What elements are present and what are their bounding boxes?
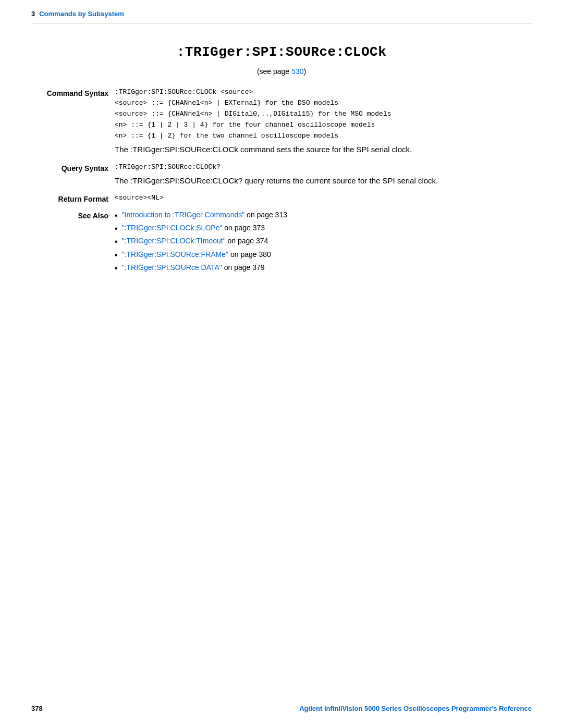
command-syntax-line-2: <source> ::= {CHANnel<n> | EXTernal} for… <box>115 99 532 107</box>
page-container: 3Commands by Subsystem :TRIGger:SPI:SOUR… <box>0 0 563 728</box>
breadcrumb-bar: 3Commands by Subsystem <box>0 0 563 23</box>
see-also-label: See Also <box>31 211 115 283</box>
see-also-link-5[interactable]: ":TRIGger:SPI:SOURce:DATA" <box>122 263 222 272</box>
see-also-link-2[interactable]: ":TRIGger:SPI:CLOCk:SLOPe" <box>122 224 223 232</box>
query-syntax-row: Query Syntax :TRIGger:SPI:SOURce:CLOCk? … <box>31 163 532 194</box>
command-syntax-description: The :TRIGger:SPI:SOURce:CLOCk command se… <box>115 144 532 156</box>
command-syntax-line-4: <n> ::= {1 | 2 | 3 | 4} for the four cha… <box>115 121 532 129</box>
page-footer: 378 Agilent InfiniiVision 5000 Series Os… <box>31 705 532 712</box>
see-also-item-1: "Introduction to :TRIGger Commands" on p… <box>115 211 532 220</box>
breadcrumb-number: 3 <box>31 10 35 18</box>
see-also-suffix-1: on page 313 <box>244 211 287 219</box>
doc-table: Command Syntax :TRIGger:SPI:SOURce:CLOCk… <box>31 88 532 283</box>
see-also-link-1[interactable]: "Introduction to :TRIGger Commands" <box>122 211 245 219</box>
query-syntax-content: :TRIGger:SPI:SOURce:CLOCk? The :TRIGger:… <box>115 163 532 194</box>
see-also-item-2: ":TRIGger:SPI:CLOCk:SLOPe" on page 373 <box>115 224 532 233</box>
main-content: :TRIGger:SPI:SOURce:CLOCk (see page 530)… <box>0 23 563 315</box>
footer-title: Agilent InfiniiVision 5000 Series Oscill… <box>299 705 532 712</box>
footer-page-number: 378 <box>31 705 43 712</box>
return-format-line: <source><NL> <box>115 194 532 202</box>
see-also-suffix-4: on page 380 <box>228 250 271 258</box>
command-title: :TRIGger:SPI:SOURce:CLOCk <box>31 44 532 60</box>
see-also-item-4: ":TRIGger:SPI:SOURce:FRAMe" on page 380 <box>115 250 532 260</box>
return-format-content: <source><NL> <box>115 194 532 211</box>
query-syntax-line: :TRIGger:SPI:SOURce:CLOCk? <box>115 163 532 171</box>
see-page-suffix: ) <box>303 67 306 76</box>
see-also-row: See Also "Introduction to :TRIGger Comma… <box>31 211 532 283</box>
command-syntax-line-5: <n> ::= {1 | 2} for the two channel osci… <box>115 132 532 140</box>
command-syntax-content: :TRIGger:SPI:SOURce:CLOCk <source> <sour… <box>115 88 532 163</box>
see-also-suffix-3: on page 374 <box>226 237 268 245</box>
command-syntax-line-1: :TRIGger:SPI:SOURce:CLOCk <source> <box>115 88 532 96</box>
see-also-list: "Introduction to :TRIGger Commands" on p… <box>115 211 532 273</box>
breadcrumb-label: Commands by Subsystem <box>39 10 124 18</box>
command-syntax-row: Command Syntax :TRIGger:SPI:SOURce:CLOCk… <box>31 88 532 163</box>
return-format-row: Return Format <source><NL> <box>31 194 532 211</box>
see-page-link[interactable]: 530 <box>291 67 303 76</box>
see-also-content: "Introduction to :TRIGger Commands" on p… <box>115 211 532 283</box>
command-syntax-line-3: <source> ::= {CHANnel<n> | DIGital0,..,D… <box>115 110 532 118</box>
query-syntax-label: Query Syntax <box>31 163 115 194</box>
query-syntax-description: The :TRIGger:SPI:SOURce:CLOCk? query ret… <box>115 175 532 187</box>
see-also-link-4[interactable]: ":TRIGger:SPI:SOURce:FRAMe" <box>122 250 228 258</box>
see-also-item-3: ":TRIGger:SPI:CLOCk:TImeout" on page 374 <box>115 237 532 246</box>
see-also-item-5: ":TRIGger:SPI:SOURce:DATA" on page 379 <box>115 263 532 273</box>
see-also-suffix-5: on page 379 <box>222 263 265 272</box>
see-page-prefix: (see page <box>257 67 291 76</box>
see-page-ref: (see page 530) <box>31 67 532 76</box>
see-also-suffix-2: on page 373 <box>222 224 265 232</box>
return-format-label: Return Format <box>31 194 115 211</box>
command-syntax-label: Command Syntax <box>31 88 115 163</box>
see-also-link-3[interactable]: ":TRIGger:SPI:CLOCk:TImeout" <box>122 237 226 245</box>
